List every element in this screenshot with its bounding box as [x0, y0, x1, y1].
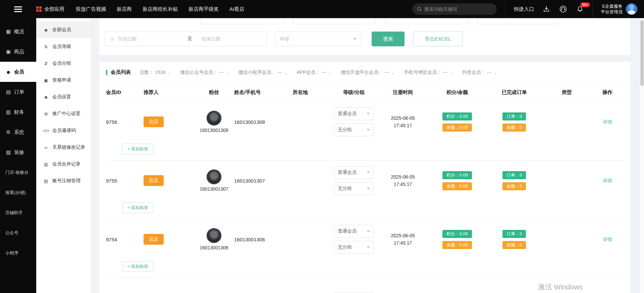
add-tag-button[interactable]: + 添加标签: [122, 261, 153, 272]
start-date-input[interactable]: [118, 36, 178, 42]
nav-peer-reward[interactable]: 新店商平级奖: [189, 6, 219, 12]
group-select[interactable]: 无分组: [334, 241, 374, 254]
chevron-down-icon: [367, 129, 370, 131]
sidebar-item-distribution[interactable]: 推客(分销): [0, 183, 36, 203]
submenu-item-merge-log[interactable]: ▥会员合并记录: [36, 156, 91, 173]
search-button[interactable]: 搜索: [372, 32, 405, 46]
submenu-item-relation-chain-log[interactable]: ∞关系链修改记录: [36, 139, 91, 156]
sidebar-item-decoration[interactable]: ▨装修: [0, 142, 36, 162]
quick-entry-link[interactable]: 快捷入口: [514, 6, 534, 12]
level-select[interactable]: 普通会员: [334, 225, 374, 238]
member-settings-icon: ☻: [43, 95, 49, 100]
download-icon[interactable]: [542, 5, 551, 13]
sidebar-item-system[interactable]: ⚙系统: [0, 122, 36, 142]
filter-input-3[interactable]: [385, 18, 468, 24]
scrollbar-thumb[interactable]: [640, 20, 644, 86]
all-apps-button[interactable]: 全部应用: [36, 6, 64, 12]
add-tag-button[interactable]: + 添加标签: [122, 144, 153, 154]
account-name: E企盈服务: [601, 3, 623, 9]
col-name-phone: 姓名/手机号: [234, 89, 293, 96]
submenu-item-member-groups[interactable]: ⇵会员分组: [36, 55, 91, 72]
referrer-button[interactable]: 总店: [144, 175, 164, 186]
avatar[interactable]: [626, 3, 637, 15]
tag-select[interactable]: 标签: [275, 32, 362, 46]
decoration-icon: ▨: [5, 149, 11, 155]
export-excel-button[interactable]: 导出EXCEL: [413, 32, 463, 46]
nav-new-retail[interactable]: 新店商: [117, 6, 132, 12]
sidebar-item-official-account[interactable]: 公众号: [0, 223, 36, 243]
date-range-picker[interactable]: ◷ 至: [105, 32, 267, 46]
detail-link[interactable]: 详情: [603, 119, 612, 125]
chevron-down-icon: [367, 113, 370, 115]
account-text: E企盈服务 平台管理员: [601, 3, 623, 15]
sidebar-item-members[interactable]: ☻会员: [0, 62, 36, 82]
col-location: 所在地: [293, 89, 330, 96]
col-referrer: 推荐人: [144, 89, 194, 96]
register-time: 2025-06-0517:45:17: [377, 114, 428, 129]
submenu-item-account-cancellation[interactable]: ▤账号注销管理: [36, 173, 91, 189]
finance-icon: ▥: [5, 109, 11, 115]
apps-grid-icon: [36, 6, 42, 12]
detail-link[interactable]: 详情: [603, 178, 612, 183]
sidebar-item-overview[interactable]: ▦概况: [0, 21, 36, 42]
customer-service-icon[interactable]: [559, 5, 568, 13]
sidebar-item-orders[interactable]: ▤订单: [0, 82, 36, 102]
filter-input-2[interactable]: [293, 18, 376, 24]
gear-icon: ⚙: [43, 111, 49, 116]
amount-badge: 金额：0: [502, 124, 526, 132]
add-tag-button[interactable]: + 添加标签: [122, 202, 153, 213]
amount-badge: 金额：0: [502, 182, 526, 190]
referrer-button[interactable]: 总店: [144, 116, 164, 127]
chevron-down-icon: [353, 38, 357, 40]
fan-avatar: [207, 111, 221, 126]
points-badge: 积分：0.00: [442, 230, 472, 238]
group-select[interactable]: 无分组: [334, 124, 374, 136]
search-input[interactable]: [424, 6, 492, 12]
referrer-button[interactable]: 总店: [144, 234, 164, 245]
detail-link[interactable]: 详情: [603, 237, 612, 242]
members-icon: ☻: [43, 28, 49, 33]
amount-badge: 金额：0: [502, 241, 526, 249]
topbar: 全部应用 投放广告视频 新店商 新店商组长补贴 新店商平级奖 AI看店 快捷入口…: [0, 0, 644, 18]
col-fans: 粉丝: [194, 89, 234, 96]
tag-select-placeholder: 标签: [280, 36, 289, 42]
sidebar-item-goods[interactable]: ▣商品: [0, 42, 36, 62]
end-date-input[interactable]: [202, 36, 262, 42]
filter-input-4[interactable]: [477, 18, 560, 24]
topbar-search[interactable]: [412, 3, 497, 15]
sidebar-item-shop-assistant[interactable]: 店铺助手: [0, 203, 36, 223]
topbar-right: 快捷入口 99+ E企盈服务 平台管理员: [505, 0, 644, 18]
date-separator: 至: [181, 36, 198, 42]
filter-input-1[interactable]: [201, 18, 283, 24]
sidebar-item-store-cashier[interactable]: 门店-收银台: [0, 162, 36, 183]
sidebar-item-mini-program[interactable]: 小程序: [0, 243, 36, 263]
main-content: ◷ 至 标签 搜索 导出EXCEL 会员列表 总数： 1516 ， 微信公众号会…: [91, 18, 644, 293]
submenu-item-qualification[interactable]: ▣资格申请: [36, 72, 91, 89]
notifications-bell-icon[interactable]: 99+: [576, 5, 584, 13]
topbar-nav: 投放广告视频 新店商 新店商组长补贴 新店商平级奖 AI看店: [76, 6, 244, 12]
submenu-item-all-members[interactable]: ☻全部会员: [36, 21, 91, 38]
level-select[interactable]: 普通会员: [334, 107, 374, 120]
submenu-item-member-settings[interactable]: ☻会员设置: [36, 89, 91, 105]
submenu-item-promotion-settings[interactable]: ⚙推广中心设置: [36, 105, 91, 122]
group-select[interactable]: 无分组: [334, 182, 374, 195]
balance-badge: 余额：0.00: [442, 182, 472, 190]
search-icon: [417, 7, 422, 11]
col-type: 类型: [542, 89, 591, 96]
nav-ai-watch[interactable]: AI看店: [229, 6, 244, 12]
hamburger-menu-button[interactable]: [0, 5, 36, 13]
level-select[interactable]: 普通会员: [334, 166, 374, 179]
col-completed-orders: 已完成订单: [486, 89, 542, 96]
submenu-item-invite-code[interactable]: </>会员邀请码: [36, 122, 91, 139]
chart-icon: ▥: [43, 162, 49, 167]
account-area[interactable]: E企盈服务 平台管理员: [592, 0, 644, 18]
submenu-item-member-levels[interactable]: ⇅会员等级: [36, 38, 91, 55]
primary-sidebar: ▦概况 ▣商品 ☻会员 ▤订单 ▥财务 ⚙系统 ▨装修 门店-收银台 推客(分销…: [0, 18, 36, 293]
nav-ads-video[interactable]: 投放广告视频: [76, 6, 106, 12]
member-row: 9754 总店 16013001306 16013001306 普通会员 无分组…: [106, 219, 624, 259]
chevron-down-icon: [367, 188, 370, 190]
member-list-title: 会员列表: [111, 69, 131, 76]
nav-group-leader-subsidy[interactable]: 新店商组长补贴: [143, 6, 178, 12]
sidebar-item-finance[interactable]: ▥财务: [0, 102, 36, 122]
goods-icon: ▣: [5, 49, 11, 55]
